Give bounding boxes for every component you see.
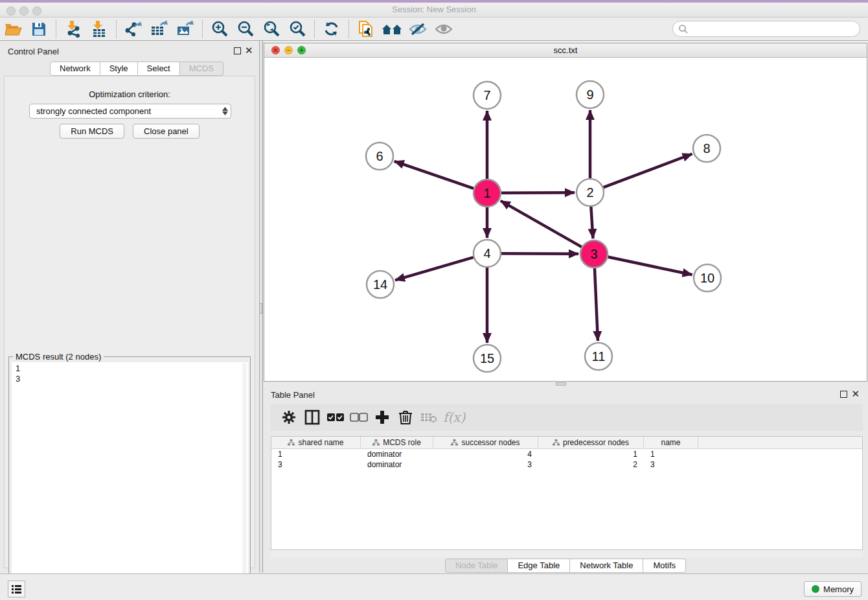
tab-style[interactable]: Style: [100, 62, 138, 76]
tab-network[interactable]: Network: [50, 62, 100, 76]
network-maximize-icon[interactable]: +: [297, 46, 306, 54]
column-header-predecessor-nodes[interactable]: predecessor nodes: [538, 437, 644, 448]
window-close-icon[interactable]: [6, 6, 16, 16]
hide-selected-icon[interactable]: [407, 19, 429, 39]
graph-node-10[interactable]: 10: [694, 264, 721, 292]
float-panel-icon[interactable]: [234, 47, 241, 54]
node-table[interactable]: shared nameMCDS rolesuccessor nodesprede…: [271, 436, 863, 550]
graph-node-15[interactable]: 15: [474, 345, 501, 372]
show-all-icon[interactable]: [433, 19, 455, 39]
graph-node-14[interactable]: 14: [367, 271, 394, 298]
graph-edge-1-6[interactable]: [394, 161, 474, 189]
table-cell[interactable]: dominator: [361, 459, 433, 470]
network-canvas[interactable]: 7968124314101511: [264, 58, 867, 381]
float-panel-icon[interactable]: [840, 391, 847, 398]
graph-edge-3-10[interactable]: [608, 257, 692, 275]
window-zoom-icon[interactable]: [32, 6, 41, 16]
import-network-icon[interactable]: [62, 19, 84, 39]
graph-edge-4-3[interactable]: [501, 253, 578, 254]
window-minimize-icon[interactable]: [19, 6, 29, 16]
splitter-grip[interactable]: [556, 382, 566, 386]
graph-node-4[interactable]: 4: [474, 240, 501, 267]
graph-node-7[interactable]: 7: [474, 82, 501, 109]
zoom-fit-icon[interactable]: [260, 19, 282, 39]
tab-select[interactable]: Select: [138, 62, 180, 76]
graph-node-11[interactable]: 11: [585, 343, 612, 370]
zoom-in-icon[interactable]: [209, 19, 231, 39]
open-file-icon[interactable]: [2, 19, 24, 39]
column-header-shared-name[interactable]: shared name: [271, 437, 361, 448]
column-header-successor-nodes[interactable]: successor nodes: [433, 437, 538, 448]
memory-button[interactable]: Memory: [804, 581, 862, 597]
tab-node-table[interactable]: Node Table: [445, 559, 508, 573]
graph-node-9[interactable]: 9: [577, 81, 604, 108]
network-minimize-icon[interactable]: −: [284, 46, 293, 54]
graph-node-1[interactable]: 1: [474, 179, 501, 207]
task-history-button[interactable]: [8, 581, 25, 597]
split-view-icon[interactable]: [301, 408, 324, 427]
deselect-all-icon[interactable]: [347, 408, 371, 427]
graph-edge-3-1[interactable]: [501, 201, 582, 247]
export-network-icon[interactable]: [122, 19, 144, 39]
table-row[interactable]: 1dominator411: [271, 449, 862, 459]
export-table-icon[interactable]: [148, 19, 170, 39]
graph-edge-2-3[interactable]: [591, 207, 593, 238]
fx-label: f(x): [440, 410, 465, 425]
tab-motifs[interactable]: Motifs: [643, 559, 686, 573]
refresh-icon[interactable]: [321, 19, 343, 39]
add-column-icon[interactable]: [371, 408, 394, 427]
mcds-result-textarea[interactable]: 13: [12, 362, 248, 597]
table-cell[interactable]: 2: [538, 459, 644, 470]
table-scrollbar-track[interactable]: [271, 550, 863, 558]
criterion-select[interactable]: strongly connected component: [29, 104, 231, 119]
horizontal-splitter[interactable]: [263, 382, 868, 387]
save-session-icon[interactable]: [28, 19, 50, 39]
close-panel-button[interactable]: Close panel: [133, 124, 200, 139]
zoom-selected-icon[interactable]: [286, 19, 308, 39]
result-scrollbar[interactable]: [242, 363, 247, 596]
graph-node-6[interactable]: 6: [366, 143, 393, 170]
network-close-icon[interactable]: ✕: [271, 46, 280, 54]
export-image-icon[interactable]: [174, 19, 196, 39]
graph-node-8[interactable]: 8: [693, 135, 720, 162]
table-cell[interactable]: 3: [271, 459, 361, 470]
close-panel-icon[interactable]: ✕: [851, 388, 860, 400]
table-cell[interactable]: 1: [538, 449, 644, 459]
graph-edge-4-14[interactable]: [395, 257, 474, 280]
table-cell[interactable]: 1: [271, 449, 361, 459]
table-cell[interactable]: 3: [433, 459, 538, 470]
tab-edge-table[interactable]: Edge Table: [508, 559, 570, 573]
column-header-name[interactable]: name: [644, 437, 698, 448]
table-row[interactable]: 3dominator323: [271, 459, 862, 470]
tab-mcds[interactable]: MCDS: [180, 62, 223, 76]
tab-network-table[interactable]: Network Table: [570, 559, 643, 573]
close-panel-icon[interactable]: ✕: [245, 45, 253, 56]
graph-edge-1-2[interactable]: [501, 192, 575, 193]
delete-icon[interactable]: [394, 408, 417, 427]
table-cell[interactable]: 1: [644, 449, 698, 459]
run-mcds-button[interactable]: Run MCDS: [60, 124, 124, 139]
table-cell[interactable]: dominator: [361, 449, 433, 459]
graph-edge-2-8[interactable]: [604, 154, 692, 187]
select-all-icon[interactable]: [324, 408, 347, 427]
graph-edge-3-11[interactable]: [595, 268, 598, 341]
column-header-MCDS-role[interactable]: MCDS role: [361, 437, 433, 448]
graph-node-2[interactable]: 2: [577, 179, 604, 206]
control-panel-tabs: Network Style Select MCDS: [50, 62, 223, 76]
import-table-icon[interactable]: [88, 19, 110, 39]
gear-icon[interactable]: [277, 408, 301, 427]
toolbar-separator: [202, 20, 203, 38]
main-toolbar: [0, 17, 868, 41]
graph-node-3[interactable]: 3: [580, 240, 608, 268]
first-neighbors-icon[interactable]: [381, 19, 403, 39]
zoom-out-icon[interactable]: [234, 19, 257, 39]
search-box[interactable]: [672, 21, 860, 37]
search-input[interactable]: [689, 23, 860, 36]
table-cell[interactable]: 4: [433, 449, 538, 459]
network-window-titlebar[interactable]: ✕ − + scc.txt: [264, 43, 867, 58]
network-graph[interactable]: 7968124314101511: [264, 58, 867, 381]
splitter-grip[interactable]: [259, 303, 262, 314]
new-network-from-selection-icon[interactable]: [355, 19, 377, 39]
table-cell[interactable]: 3: [644, 459, 698, 470]
control-panel-title: Control Panel: [8, 47, 59, 56]
